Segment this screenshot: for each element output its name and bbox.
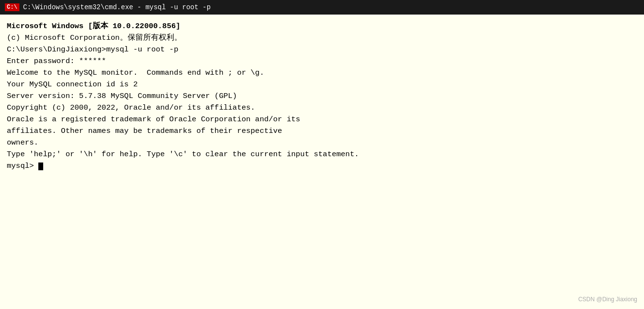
terminal-line: owners. <box>7 137 637 148</box>
terminal-line: Server version: 5.7.38 MySQL Community S… <box>7 90 637 102</box>
terminal-line: Enter password: ****** <box>7 55 637 67</box>
terminal-line: Copyright (c) 2000, 2022, Oracle and/or … <box>7 102 637 114</box>
title-bar: C:\ C:\Windows\system32\cmd.exe - mysql … <box>0 0 644 15</box>
terminal-line: C:\Users\DingJiaxiong>mysql -u root -p <box>7 44 637 55</box>
terminal-line: affiliates. Other names may be trademark… <box>7 125 637 137</box>
terminal-line: Type 'help;' or '\h' for help. Type '\c'… <box>7 148 637 160</box>
title-text: C:\Windows\system32\cmd.exe - mysql -u r… <box>23 3 211 11</box>
terminal-body[interactable]: Microsoft Windows [版本 10.0.22000.856](c)… <box>0 15 644 309</box>
terminal-line: Oracle is a registered trademark of Orac… <box>7 114 637 125</box>
terminal-line: Welcome to the MySQL monitor. Commands e… <box>7 67 637 79</box>
watermark: CSDN @Ding Jiaxiong <box>578 295 637 304</box>
terminal-line: Microsoft Windows [版本 10.0.22000.856] <box>7 20 637 32</box>
terminal-line: Your MySQL connection id is 2 <box>7 79 637 90</box>
cursor <box>38 163 43 170</box>
terminal-line: (c) Microsoft Corporation。保留所有权利。 <box>7 32 637 44</box>
title-icon: C:\ <box>5 3 19 11</box>
terminal-line: mysql> <box>7 160 637 172</box>
